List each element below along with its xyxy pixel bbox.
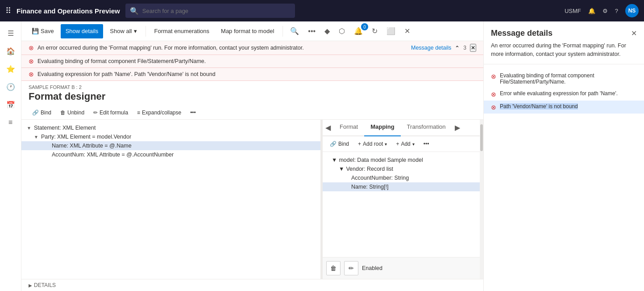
sidebar-menu-icon[interactable]: ☰ xyxy=(3,25,19,41)
map-name-item[interactable]: Name: String[!] xyxy=(323,182,483,191)
sidebar-home-icon[interactable]: 🏠 xyxy=(3,43,19,59)
msg-panel-header: Message details ✕ xyxy=(484,21,644,42)
search-toolbar-icon[interactable]: 🔍 xyxy=(287,25,303,37)
add-root-chevron: ▾ xyxy=(385,142,387,147)
sidebar-star-icon[interactable]: ⭐ xyxy=(3,61,19,77)
tab-prev-arrow[interactable]: ◀ xyxy=(323,120,333,135)
search-icon: 🔍 xyxy=(130,7,139,15)
msg-error-text-2: Error while evaluating expression for pa… xyxy=(500,90,618,97)
add-button[interactable]: + Add ▾ xyxy=(392,139,418,149)
message-details-link[interactable]: Message details xyxy=(411,45,451,51)
scroll-thumb[interactable] xyxy=(480,124,483,151)
toolbar-separator xyxy=(145,26,146,37)
message-details-panel: Message details ✕ An error occurred duri… xyxy=(483,21,644,291)
bind-button[interactable]: 🔗 Bind xyxy=(29,108,55,118)
msg-error-text-3: Path 'Vendor/Name' is not bound xyxy=(500,103,578,110)
error-count: 3 xyxy=(463,45,466,51)
map-account-item[interactable]: AccountNumber: String xyxy=(323,173,483,182)
map-bind-button[interactable]: 🔗 Bind xyxy=(326,139,353,149)
msg-panel-title: Message details xyxy=(491,29,553,38)
map-model-item[interactable]: ▼ model: Data model Sample model xyxy=(323,156,483,164)
bottom-actions: 🗑 ✏ Enabled xyxy=(323,257,483,279)
tab-next-arrow[interactable]: ▶ xyxy=(452,120,463,135)
msg-error-icon-1: ⊗ xyxy=(491,73,496,80)
expand-icon-dt: ≡ xyxy=(137,110,140,116)
save-button[interactable]: 💾 Save xyxy=(27,24,59,38)
party-label: Party: XML Element = model.Vendor xyxy=(41,134,131,140)
env-label: USMF xyxy=(565,8,581,14)
add-chevron: ▾ xyxy=(412,142,415,147)
tree-item-account[interactable]: AccountNum: XML Attribute = @.AccountNum… xyxy=(21,150,320,159)
error-area: ⊗ An error occurred during the 'Format m… xyxy=(21,41,483,81)
save-icon: 💾 xyxy=(32,28,39,34)
details-label: DETAILS xyxy=(34,282,56,288)
split-pane: ▼ Statement: XML Element ▼ Party: XML El… xyxy=(21,120,483,279)
help-icon[interactable]: ? xyxy=(615,8,618,14)
tab-transformation[interactable]: Transformation xyxy=(401,120,452,136)
avatar[interactable]: NS xyxy=(625,4,639,17)
grid-icon[interactable]: ⠿ xyxy=(5,6,11,16)
details-arrow-icon[interactable]: ▶ xyxy=(29,283,32,288)
sidebar-list-icon[interactable]: ≡ xyxy=(3,114,19,131)
map-model-arrow: ▼ xyxy=(332,157,337,163)
sidebar-calendar-icon[interactable]: 📅 xyxy=(3,97,19,113)
mapping-toolbar: 🔗 Bind + Add root ▾ + Add ▾ xyxy=(323,136,483,152)
more-options-icon[interactable]: ••• xyxy=(304,25,319,37)
bind-icon: 🔗 xyxy=(32,110,39,116)
format-enumerations-button[interactable]: Format enumerations xyxy=(150,24,215,38)
map-model-label: model: Data model Sample model xyxy=(339,157,423,163)
edit-action-button[interactable]: ✏ xyxy=(344,261,358,275)
statement-label: Statement: XML Element xyxy=(34,125,96,131)
error-nav-icon[interactable]: ⌃ xyxy=(455,45,460,51)
search-input[interactable] xyxy=(142,8,291,14)
show-all-button[interactable]: Show all ▾ xyxy=(105,24,141,38)
arrow-statement: ▼ xyxy=(27,126,32,131)
show-details-button[interactable]: Show details xyxy=(61,24,104,38)
arrow-party: ▼ xyxy=(34,135,39,139)
settings-icon[interactable]: ⚙ xyxy=(602,8,608,14)
refresh-icon[interactable]: ↻ xyxy=(368,25,381,37)
sample-format-label: SAMPLE FORMAT B : 2 xyxy=(29,84,476,90)
error-icon-3: ⊗ xyxy=(29,71,34,78)
main-error-text: An error occurred during the 'Format map… xyxy=(37,45,304,51)
tree-item-name[interactable]: Name: XML Attribute = @.Name xyxy=(21,141,320,150)
show-all-chevron-icon: ▾ xyxy=(134,28,137,34)
close-panel-button[interactable]: ✕ xyxy=(631,29,637,38)
bell-badge-container: 🔔 0 xyxy=(350,25,366,37)
msg-error-2: ⊗ Error while evaluating expression for … xyxy=(484,88,644,101)
expand-icon[interactable]: ⬜ xyxy=(383,25,399,37)
map-name-label: Name: String[!] xyxy=(351,184,388,190)
map-format-button[interactable]: Map format to model xyxy=(216,24,279,38)
map-account-label: AccountNumber: String xyxy=(351,175,409,181)
flow-icon[interactable]: ⬡ xyxy=(335,25,349,37)
dismiss-errors-button[interactable]: ✕ xyxy=(470,44,476,52)
map-more-options[interactable]: ••• xyxy=(420,139,433,149)
add-root-button[interactable]: + Add root ▾ xyxy=(354,139,391,149)
map-vendor-item[interactable]: ▼ Vendor: Record list xyxy=(323,164,483,173)
designer-area: SAMPLE FORMAT B : 2 Format designer 🔗 Bi… xyxy=(21,81,483,291)
expand-collapse-button[interactable]: ≡ Expand/collapse xyxy=(133,108,185,118)
tab-mapping[interactable]: Mapping xyxy=(364,120,400,136)
delete-action-button[interactable]: 🗑 xyxy=(326,261,341,275)
close-toolbar-icon[interactable]: ✕ xyxy=(401,25,414,37)
edit-formula-button[interactable]: ✏ Edit formula xyxy=(90,108,132,118)
msg-error-icon-3: ⊗ xyxy=(491,104,496,111)
tab-format[interactable]: Format xyxy=(333,120,364,136)
unbind-icon: 🗑 xyxy=(60,110,66,116)
vertical-scrollbar[interactable] xyxy=(480,120,483,279)
designer-toolbar: 🔗 Bind 🗑 Unbind ✏ Edit formula ≡ Expand/… xyxy=(21,106,483,120)
error-row-3: ⊗ Evaluating expression for path 'Name'.… xyxy=(21,68,483,80)
unbind-button[interactable]: 🗑 Unbind xyxy=(57,108,88,118)
format-tree: ▼ Statement: XML Element ▼ Party: XML El… xyxy=(21,120,321,279)
more-options-dt[interactable]: ••• xyxy=(187,108,199,118)
tree-item-statement[interactable]: ▼ Statement: XML Element xyxy=(21,123,320,132)
sidebar-clock-icon[interactable]: 🕐 xyxy=(3,79,19,95)
error-icon-main: ⊗ xyxy=(29,44,34,51)
right-pane: ◀ Format Mapping Transformation ▶ 🔗 Bind xyxy=(323,120,483,279)
msg-error-text-1: Evaluating binding of format component F… xyxy=(500,72,637,85)
tree-item-party[interactable]: ▼ Party: XML Element = model.Vendor xyxy=(21,132,320,141)
diamond-icon[interactable]: ◆ xyxy=(321,25,333,37)
main-error-row: ⊗ An error occurred during the 'Format m… xyxy=(21,41,483,55)
notification-icon[interactable]: 🔔 xyxy=(588,8,595,14)
rpane-tabs: ◀ Format Mapping Transformation ▶ xyxy=(323,120,483,136)
